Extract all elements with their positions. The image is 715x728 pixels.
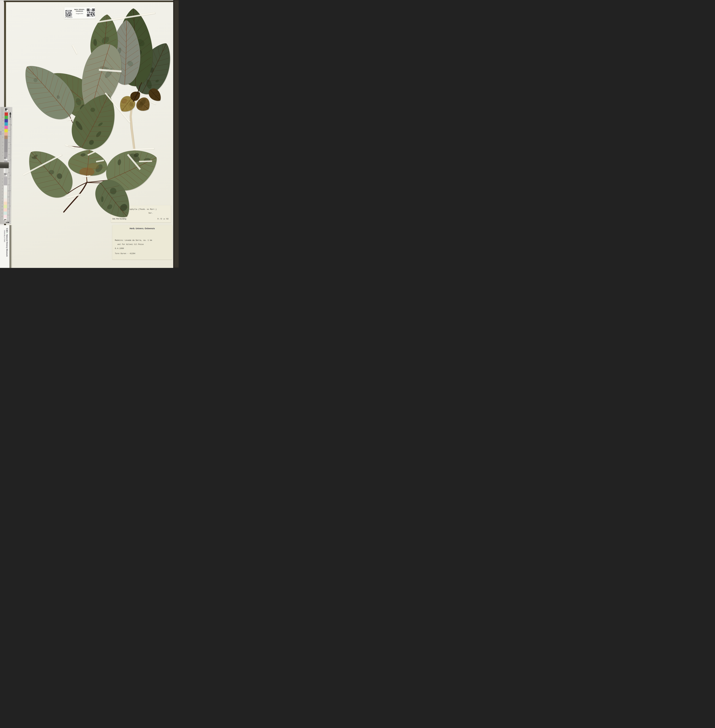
leaf-mid-left	[26, 66, 75, 120]
mounting-tape	[150, 101, 156, 105]
uio-logo-university-line: University of Oslo	[4, 230, 6, 257]
leaf-bottom-left	[29, 151, 73, 198]
mounting-tape	[133, 148, 154, 151]
uio-logo: UiO: Natural History Museum University o…	[4, 228, 8, 257]
folder-edge-shadow	[10, 225, 12, 268]
leaflet-dark-right	[149, 88, 161, 101]
specimen-plant	[0, 0, 179, 268]
stem	[88, 183, 100, 183]
uio-logo-museum-line: UiO: Natural History Museum	[6, 228, 8, 257]
leaf-bottom-mid	[68, 150, 107, 176]
herbarium-specimen-scan: Herb. Univers. Osloënsis Imaged 2014 O-V…	[0, 0, 179, 268]
folder-corner: UiO: Natural History Museum University o…	[0, 225, 10, 268]
mounting-tape	[66, 193, 81, 199]
mounting-tape	[71, 45, 78, 55]
